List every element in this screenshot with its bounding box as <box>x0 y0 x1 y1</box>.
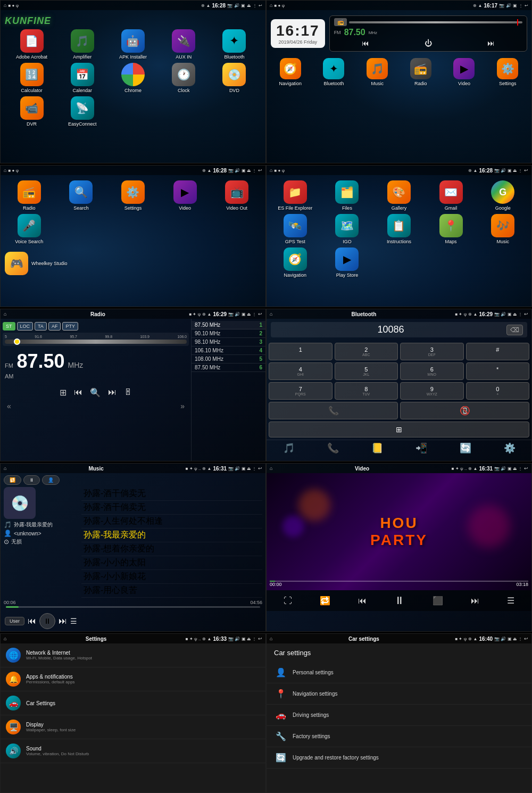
preset-6[interactable]: 87.50 MHz 6 <box>192 364 265 372</box>
bt-key-3[interactable]: 3DEF <box>400 343 464 360</box>
preset-3[interactable]: 98.10 MHz 3 <box>192 338 265 346</box>
more-icon2[interactable]: ⋮ <box>519 3 523 8</box>
dock-navigation[interactable]: 🧭 Navigation <box>270 58 311 86</box>
bt-key-6[interactable]: 6MNO <box>400 362 464 380</box>
home-icon-bt[interactable]: ⌂ <box>270 311 272 317</box>
bt-call-action[interactable]: 📞 <box>327 442 339 454</box>
video-resize-btn[interactable]: ⛶ <box>284 596 292 606</box>
app-search[interactable]: 🔍 Search <box>57 180 106 211</box>
radio-search-icon[interactable]: 🔍 <box>90 387 101 398</box>
app-calendar[interactable]: 📅 Calendar <box>59 63 106 93</box>
app-gpstest[interactable]: 🛰️ GPS Test <box>271 214 320 244</box>
app-google[interactable]: G Google <box>478 180 527 211</box>
back-icon-settings[interactable]: ↩ <box>258 636 262 641</box>
bt-key-1[interactable]: 1 <box>269 343 332 360</box>
radio-slider-track[interactable] <box>5 340 187 344</box>
back-icon4[interactable]: ↩ <box>524 168 528 173</box>
video-stop-btn[interactable]: ⬛ <box>433 596 443 606</box>
bt-hangup-btn[interactable]: 📵 <box>400 402 529 419</box>
car-driving-settings[interactable]: 🚗 Driving settings <box>267 705 531 726</box>
radio-power-icon[interactable]: ⏻ <box>425 39 432 47</box>
video-progress-bar[interactable] <box>270 581 528 582</box>
bt-delete-btn[interactable]: ⌫ <box>506 325 523 335</box>
music-rewind-btn[interactable]: ⏮ <box>28 616 36 626</box>
settings-sound[interactable]: 🔊 Sound Volume, vibration, Do Not Distur… <box>1 739 265 763</box>
car-factory-settings[interactable]: 🔧 Factory settings <box>267 726 531 747</box>
car-upgrade-settings[interactable]: 🔄 Upgrade and restore factory settings <box>267 747 531 769</box>
app-wheelkey[interactable]: 🎮 Wheelkey Studio <box>5 252 261 275</box>
video-play-btn[interactable]: ⏸ <box>394 594 405 607</box>
radio-btn-st[interactable]: ST <box>3 322 15 331</box>
app-gmail[interactable]: ✉️ Gmail <box>427 180 476 211</box>
music-progress-bar[interactable] <box>6 606 260 608</box>
radio-slider-thumb[interactable] <box>14 338 20 345</box>
radio-next-page[interactable]: » <box>180 402 185 410</box>
bt-contacts-action[interactable]: 📒 <box>371 442 383 454</box>
bt-key-hash[interactable]: # <box>466 343 530 360</box>
app-radio[interactable]: 📻 Radio <box>5 180 54 211</box>
playlist-item-8[interactable]: 孙露-用心良苦 <box>81 584 262 598</box>
playlist-item-5[interactable]: 孙露-想着你亲爱的 <box>81 542 262 556</box>
home-icon-video[interactable]: ⌂ <box>270 466 272 471</box>
music-forward-btn[interactable]: ⏭ <box>59 616 67 626</box>
radio-forward-icon[interactable]: ⏭ <box>108 387 117 397</box>
app-video2[interactable]: ▶ Video <box>161 180 210 211</box>
playlist-item-1[interactable]: 孙露-酒干倘卖无 <box>81 487 262 501</box>
home-icon3[interactable]: ⌂ <box>4 168 6 173</box>
home-icon[interactable]: ⌂ <box>4 3 6 8</box>
dock-settings[interactable]: ⚙️ Settings <box>487 58 528 86</box>
home-icon-music[interactable]: ⌂ <box>4 466 6 471</box>
preset-5[interactable]: 108.00 MHz 5 <box>192 355 265 364</box>
back-icon-video[interactable]: ↩ <box>524 466 528 471</box>
app-dvr[interactable]: 📹 DVR <box>8 96 55 127</box>
app-chrome[interactable]: Chrome <box>109 63 156 93</box>
bt-music-action[interactable]: 🎵 <box>283 442 295 454</box>
dock-music[interactable]: 🎵 Music <box>356 58 398 86</box>
car-navigation-settings[interactable]: 📍 Navigation settings <box>267 683 531 705</box>
radio-btn-loc[interactable]: LOC <box>17 322 34 331</box>
app-clock[interactable]: 🕐 Clock <box>160 63 207 93</box>
back-icon-bt[interactable]: ↩ <box>524 311 528 317</box>
video-prev-btn[interactable]: ⏮ <box>358 596 367 606</box>
app-instructions[interactable]: 📋 Instructions <box>375 214 423 244</box>
bt-keypad-btn[interactable]: ⊞ <box>269 422 529 437</box>
music-pause-btn[interactable]: ⏸ <box>39 613 55 629</box>
bt-key-0[interactable]: 0+ <box>466 382 530 400</box>
more-icon[interactable]: ⋮ <box>253 3 257 8</box>
app-voicesearch[interactable]: 🎤 Voice Search <box>5 214 54 244</box>
radio-grid-icon[interactable]: ⊞ <box>60 387 66 398</box>
app-gallery[interactable]: 🎨 Gallery <box>375 180 423 211</box>
music-loop-btn[interactable]: 🔁 <box>4 475 21 485</box>
back-icon-music[interactable]: ↩ <box>258 466 262 471</box>
radio-prev-icon[interactable]: ⏮ <box>362 39 369 47</box>
radio-rewind-icon[interactable]: ⏮ <box>74 387 82 397</box>
bt-key-8[interactable]: 8TUV <box>335 382 398 400</box>
bt-calllog-action[interactable]: 📲 <box>415 442 427 454</box>
app-amplifier[interactable]: 🎵 Amplifier <box>59 29 106 60</box>
settings-apps[interactable]: 🔔 Apps & notifications Permissions, defa… <box>1 667 265 691</box>
preset-2[interactable]: 90.10 MHz 2 <box>192 329 265 338</box>
app-files[interactable]: 🗂️ Files <box>323 180 372 211</box>
home-icon-settings[interactable]: ⌂ <box>4 636 6 641</box>
app-adobe[interactable]: 📄 Adobe Acrobat <box>8 29 55 60</box>
app-apk[interactable]: 🤖 APK Installer <box>109 29 156 60</box>
settings-display[interactable]: 🖥️ Display Wallpaper, sleep, font size <box>1 715 265 739</box>
bt-key-7[interactable]: 7PQRS <box>269 382 332 400</box>
app-esfile[interactable]: 📁 ES File Explorer <box>271 180 320 211</box>
dock-video[interactable]: ▶ Video <box>444 58 485 86</box>
app-playstore[interactable]: ▶ Play Store <box>323 247 372 278</box>
app-music2[interactable]: 🎶 Music <box>478 214 527 244</box>
playlist-item-2[interactable]: 孙露-酒干倘卖无 <box>81 501 262 515</box>
app-dvd[interactable]: 💿 DVD <box>211 63 258 93</box>
home-icon2[interactable]: ⌂ <box>270 3 272 8</box>
bt-key-5[interactable]: 5JKL <box>335 362 398 380</box>
back-icon2[interactable]: ↩ <box>525 3 528 8</box>
app-bluetooth1[interactable]: ✦ Bluetooth <box>211 29 258 60</box>
app-maps[interactable]: 📍 Maps <box>427 214 476 244</box>
home-icon-radio[interactable]: ⌂ <box>4 311 6 317</box>
music-list-btn[interactable]: ⏸ <box>23 475 40 485</box>
bt-settings-action[interactable]: ⚙️ <box>504 442 516 454</box>
video-playlist-btn[interactable]: ☰ <box>507 596 514 606</box>
radio-btn-af[interactable]: AF <box>48 322 61 331</box>
radio-eq-icon[interactable]: 🎚 <box>124 387 132 397</box>
